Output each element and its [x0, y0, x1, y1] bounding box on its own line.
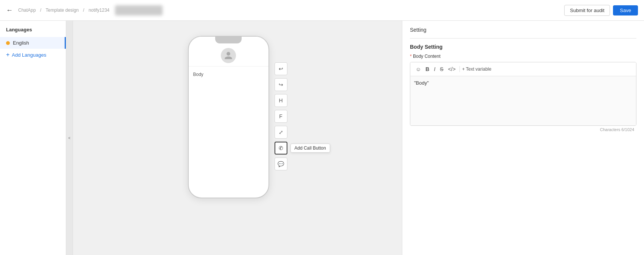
code-button[interactable]: </> [447, 65, 457, 73]
body-setting-title: Body Setting [410, 44, 636, 50]
top-bar-left: ← ChatApp / Template design / notify1234… [6, 5, 163, 15]
breadcrumb-sep2: / [83, 8, 84, 13]
toolbar-divider [459, 66, 460, 72]
call-tooltip: Add Call Button [290, 144, 330, 153]
required-marker: * [410, 54, 413, 59]
phone-mockup: Body [188, 36, 269, 198]
main-layout: Languages English + Add Languages < [0, 21, 644, 255]
link-icon: ⤢ [279, 129, 283, 135]
reply-button[interactable]: ↩ [275, 62, 287, 75]
back-button[interactable]: ← [6, 6, 13, 14]
breadcrumb-page: notify1234 [88, 8, 109, 13]
settings-panel: Setting Body Setting * Body Content ☺ B … [402, 21, 644, 255]
preview-area: Body ↩ ↪ H F ⤢ ✆ [73, 21, 402, 255]
top-bar-right: Submit for audit Save [564, 5, 638, 16]
top-bar: ← ChatApp / Template design / notify1234… [0, 0, 644, 21]
settings-title: Setting [410, 27, 636, 33]
sidebar: Languages English + Add Languages [0, 21, 66, 255]
add-languages-button[interactable]: + Add Languages [0, 49, 66, 61]
phone-body-area: Body [189, 66, 268, 82]
footer-icon: F [279, 113, 282, 119]
phone-body-text: Body [193, 72, 203, 77]
strikethrough-button[interactable]: S [438, 65, 445, 73]
header-button[interactable]: H [275, 94, 287, 107]
body-content-input[interactable]: "Body" [410, 76, 636, 125]
text-variable-label: + Text variable [462, 66, 492, 72]
link-button[interactable]: ⤢ [275, 126, 287, 139]
sidebar-item-english[interactable]: English [0, 37, 66, 49]
plus-icon: + [6, 52, 9, 58]
phone-notch [215, 37, 242, 43]
add-languages-label: Add Languages [12, 52, 46, 58]
phone-toolbar: ↩ ↪ H F ⤢ ✆ Add Call Button 💬 [275, 62, 287, 170]
call-button-wrapper: ✆ Add Call Button [275, 142, 287, 155]
avatar [221, 48, 236, 63]
call-icon: ✆ [279, 145, 283, 151]
emoji-button[interactable]: ☺ [414, 65, 422, 73]
editor-toolbar: ☺ B I S </> + Text variable [410, 62, 636, 76]
page-title: notify1234 [115, 5, 163, 15]
text-variable-button[interactable]: + Text variable [462, 66, 492, 72]
header-icon: H [279, 97, 282, 104]
reply-icon: ↩ [279, 66, 283, 72]
user-icon [224, 51, 233, 60]
breadcrumb-section: Template design [46, 8, 79, 13]
italic-button[interactable]: I [432, 65, 437, 73]
char-count: Characters 6/1024 [410, 126, 636, 133]
section-divider [410, 38, 636, 39]
phone-frame: Body [188, 36, 269, 198]
submit-audit-button[interactable]: Submit for audit [564, 5, 610, 16]
phone-status-bar [189, 37, 268, 43]
chevron-left-icon: < [68, 136, 71, 140]
chat-icon: 💬 [278, 161, 284, 167]
save-button[interactable]: Save [613, 5, 638, 15]
chat-button[interactable]: 💬 [275, 158, 287, 170]
forward-icon: ↪ [279, 82, 283, 88]
language-label: English [13, 40, 29, 46]
body-content-editor: ☺ B I S </> + Text variable "Body" [410, 62, 636, 126]
forward-button[interactable]: ↪ [275, 78, 287, 91]
footer-button[interactable]: F [275, 110, 287, 123]
sidebar-collapse-tab[interactable]: < [66, 21, 73, 255]
sidebar-title: Languages [0, 27, 66, 37]
phone-header [189, 43, 268, 66]
language-status-dot [6, 41, 10, 45]
breadcrumb: ChatApp / Template design / notify1234 [17, 8, 111, 13]
breadcrumb-sep1: / [40, 8, 41, 13]
call-button[interactable]: ✆ [275, 142, 287, 155]
breadcrumb-app: ChatApp [18, 8, 36, 13]
bold-button[interactable]: B [424, 65, 431, 73]
body-content-label: * Body Content [410, 54, 636, 59]
